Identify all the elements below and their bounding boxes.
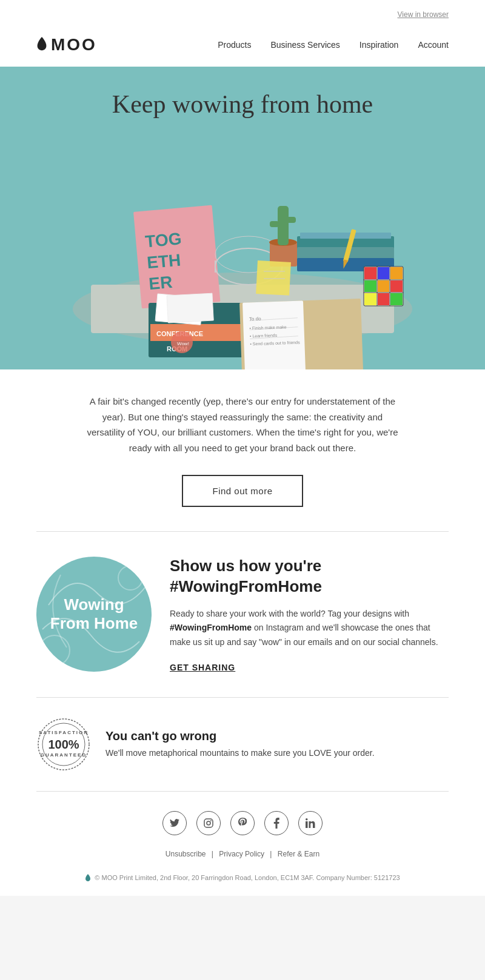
moo-logo-text: MOO [51,35,97,55]
svg-text:100%: 100% [48,738,79,751]
svg-rect-21 [300,233,391,239]
email-wrapper: View in browser MOO Products Business Se… [0,0,485,896]
footer-separator-1: | [212,850,215,858]
top-bar: View in browser [0,0,485,28]
get-sharing-link[interactable]: GET SHARING [170,663,235,672]
guarantee-title: You can't go wrong [105,729,375,743]
svg-rect-35 [364,293,376,305]
nav-account[interactable]: Account [418,40,449,50]
main-nav: Products Business Services Inspiration A… [218,40,449,50]
footer-address-text: © MOO Print Limited, 2nd Floor, 20 Farri… [95,873,400,884]
moo-logo-drop [36,37,47,53]
svg-rect-53 [167,293,213,323]
svg-text:GUARANTEED: GUARANTEED [41,752,87,758]
wowing-section: Wowing From Home Show us how you're #Wow… [0,532,485,697]
svg-point-57 [118,566,142,590]
guarantee-text: You can't go wrong We'll move metaphoric… [105,729,375,760]
wowing-circle: Wowing From Home [36,557,152,672]
footer-separator-2: | [270,850,273,858]
svg-point-56 [39,635,70,666]
svg-rect-33 [378,280,389,292]
svg-rect-63 [204,819,213,827]
footer: Unsubscribe | Privacy Policy | Refer & E… [0,792,485,896]
svg-rect-66 [306,821,308,828]
nav-inspiration[interactable]: Inspiration [360,40,399,50]
nav-business-services[interactable]: Business Services [270,40,340,50]
svg-rect-34 [390,280,403,292]
svg-point-65 [210,820,212,821]
find-out-more-button[interactable]: Find out more [182,475,303,507]
refer-earn-link[interactable]: Refer & Earn [278,850,319,858]
svg-text:TOG: TOG [144,229,182,251]
twitter-icon[interactable] [162,811,187,835]
svg-rect-14 [287,217,296,223]
main-body-text: A fair bit's changed recently (yep, ther… [85,394,400,455]
svg-rect-29 [364,267,376,279]
instagram-icon[interactable] [196,811,221,835]
linkedin-icon[interactable] [298,811,323,835]
facebook-icon[interactable] [264,811,289,835]
svg-rect-31 [390,267,403,279]
wowing-text-area: Show us how you're #WowingFromHome Ready… [170,556,449,673]
svg-rect-32 [364,280,376,292]
wowing-circle-text: Wowing From Home [50,595,138,633]
footer-logo-drop [85,874,91,882]
svg-rect-13 [270,221,279,227]
nav-products[interactable]: Products [218,40,251,50]
logo-area: MOO [36,35,97,55]
svg-point-67 [306,818,308,821]
hero-title: Keep wowing from home [0,90,485,119]
unsubscribe-link[interactable]: Unsubscribe [166,850,206,858]
guarantee-body: We'll move metaphorical mountains to mak… [105,747,375,760]
guarantee-badge-icon: SATISFACTION 100% GUARANTEED [36,717,91,772]
wowing-title: Show us how you're #WowingFromHome [170,556,449,597]
privacy-policy-link[interactable]: Privacy Policy [219,850,264,858]
social-icons [36,811,449,835]
svg-rect-12 [278,206,289,245]
svg-rect-30 [378,267,389,279]
hero-section: Keep wowing from home TOG ETH ER [0,67,485,369]
svg-text:Wow!: Wow! [177,341,189,346]
hero-scene-illustration: TOG ETH ER [61,115,424,369]
header: MOO Products Business Services Inspirati… [0,28,485,67]
svg-point-64 [207,821,210,825]
svg-rect-15 [256,260,291,296]
wowing-body-text: Ready to share your work with the world?… [170,607,449,650]
main-content: A fair bit's changed recently (yep, ther… [0,369,485,531]
svg-text:To do: To do [249,316,261,322]
svg-text:ER: ER [148,273,173,293]
svg-rect-36 [378,293,389,305]
view-in-browser-link[interactable]: View in browser [398,10,449,19]
svg-text:ETH: ETH [146,251,181,273]
svg-rect-37 [390,293,403,305]
svg-text:SATISFACTION: SATISFACTION [39,730,89,735]
footer-links: Unsubscribe | Privacy Policy | Refer & E… [36,850,449,858]
guarantee-section: SATISFACTION 100% GUARANTEED You can't g… [0,698,485,791]
footer-address: © MOO Print Limited, 2nd Floor, 20 Farri… [36,873,449,884]
pinterest-icon[interactable] [230,811,255,835]
